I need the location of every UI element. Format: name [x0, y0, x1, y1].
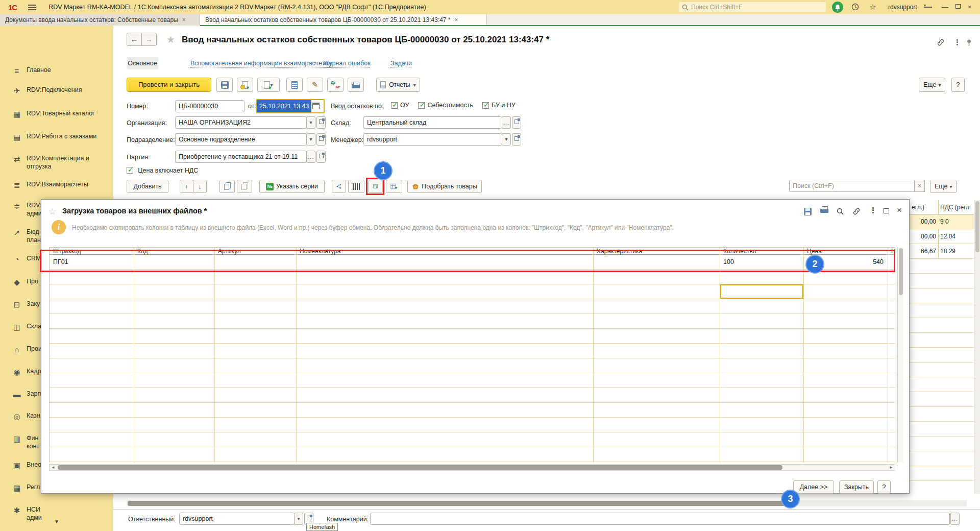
checkbox-checked-icon[interactable] — [391, 102, 398, 109]
tab-close-icon[interactable]: × — [182, 16, 186, 23]
tab-close-icon[interactable]: × — [455, 16, 458, 23]
close-button[interactable]: Закрыть — [839, 480, 874, 494]
responsible-dropdown-icon[interactable]: ▾ — [294, 513, 303, 525]
modal-print-icon[interactable] — [820, 206, 828, 214]
balance-type-checkbox[interactable]: БУ и НУ — [482, 102, 516, 109]
scrollbar-thumb[interactable] — [128, 501, 787, 506]
nav-link-error-log[interactable]: Журнал ошибок — [323, 60, 371, 67]
post-document-button[interactable] — [237, 78, 253, 92]
scroll-left-icon[interactable]: ◄ — [51, 465, 55, 470]
date-input-focused[interactable]: 25.10.2021 13:43:47 — [256, 99, 325, 113]
manager-dropdown-icon[interactable]: ▾ — [502, 133, 511, 146]
clear-search-icon[interactable]: × — [915, 180, 925, 192]
balance-type-checkbox[interactable]: ОУ — [391, 102, 409, 109]
modal-maximize-icon[interactable] — [884, 208, 889, 213]
nav-link-tasks[interactable]: Задачи — [390, 60, 412, 67]
barcode-scan-button[interactable] — [348, 180, 364, 193]
header-more-button[interactable]: Еще▾ — [919, 78, 945, 92]
responsible-select[interactable]: rdvsupport — [179, 513, 295, 525]
warehouse-select[interactable]: Центральный склад — [363, 116, 502, 129]
modal-help-button[interactable]: ? — [877, 480, 891, 494]
checkbox-checked-icon[interactable] — [482, 102, 489, 109]
paste-grid[interactable]: ШтрихкодКодАртикулНоменклатураХарактерис… — [49, 247, 895, 463]
sidebar-expand-icon[interactable]: ▼ — [0, 519, 113, 524]
batch-choose-button[interactable]: ... — [306, 151, 315, 163]
vat-checkbox[interactable]: Цена включает НДС — [127, 167, 198, 174]
table-row-fragment[interactable]: 66,6718 29 — [910, 244, 974, 259]
table-search-input[interactable]: Поиск (Ctrl+F) — [789, 180, 915, 192]
comment-choose-button[interactable]: ... — [950, 513, 960, 525]
minimize-button[interactable]: — — [942, 3, 948, 11]
more-actions-kebab-icon[interactable]: ⋮ — [953, 38, 961, 47]
tab-documents-list[interactable]: Документы ввода начальных остатков: Собс… — [0, 14, 200, 26]
warehouse-choose-button[interactable]: ... — [502, 116, 511, 129]
number-input[interactable]: ЦБ-00000030 — [175, 100, 244, 112]
checkbox-checked-icon[interactable] — [418, 102, 425, 109]
modal-kebab-icon[interactable]: ⋮ — [869, 206, 877, 215]
department-select[interactable]: Основное подразделение — [175, 133, 307, 146]
add-row-button[interactable]: Добавить — [127, 180, 168, 193]
organization-dropdown-icon[interactable]: ▾ — [306, 116, 315, 129]
organization-open-icon[interactable] — [316, 116, 326, 129]
date-value-selected[interactable]: 25.10.2021 13:43:47 — [257, 100, 311, 112]
service-menu-icon[interactable]: ▾ — [924, 4, 926, 7]
modal-link-icon[interactable] — [853, 208, 860, 216]
batch-input[interactable]: Приобретение у поставщика 21 от 19.11 — [175, 151, 307, 163]
move-up-button[interactable]: ↑ — [180, 180, 193, 193]
link-icon[interactable] — [937, 39, 944, 47]
grid-horizontal-scrollbar[interactable]: ◄ ► — [49, 464, 895, 471]
department-open-icon[interactable] — [316, 133, 326, 146]
warehouse-open-icon[interactable] — [512, 116, 521, 129]
checkbox-checked-icon[interactable] — [127, 167, 133, 174]
selected-cell[interactable] — [720, 284, 803, 299]
favorite-star-icon[interactable]: ★ — [166, 34, 175, 45]
modal-close-icon[interactable]: × — [897, 205, 902, 215]
post-and-close-button[interactable]: Провести и закрыть — [127, 78, 211, 92]
modal-preview-icon[interactable] — [837, 208, 844, 216]
post-dropdown-button[interactable]: ▾ — [257, 78, 280, 92]
move-down-button[interactable]: ↓ — [193, 180, 207, 193]
notifications-icon[interactable] — [832, 2, 843, 13]
forward-button[interactable]: → — [141, 33, 157, 46]
scrollbar-thumb[interactable] — [58, 465, 782, 470]
pick-goods-button[interactable]: Подобрать товары — [407, 180, 482, 193]
change-history-button[interactable] — [307, 78, 323, 92]
header-help-button[interactable]: ? — [951, 78, 965, 92]
comment-input[interactable] — [370, 513, 950, 525]
main-table-vertical-scrollbar[interactable] — [974, 200, 980, 494]
main-menu-icon[interactable] — [28, 5, 36, 10]
postings-dtkt-button[interactable] — [327, 78, 344, 92]
add-table-button[interactable] — [386, 180, 402, 193]
set-series-button[interactable]: Указать серии — [259, 180, 325, 193]
next-button[interactable]: Далее >> — [793, 480, 834, 494]
department-dropdown-icon[interactable]: ▾ — [306, 133, 315, 146]
grid-vertical-scrollbar[interactable] — [897, 247, 903, 463]
pin-icon[interactable] — [966, 39, 972, 47]
copy-button[interactable] — [219, 180, 235, 193]
table-row-fragment[interactable]: 00,009 0 — [910, 214, 974, 229]
global-search-input[interactable]: Поиск Ctrl+Shift+F — [679, 2, 826, 12]
modal-favorite-star-icon[interactable]: ☆ — [48, 206, 56, 217]
scroll-right-icon[interactable]: ► — [889, 465, 893, 470]
balance-type-checkbox[interactable]: Себестоимость — [418, 102, 473, 109]
manager-open-icon[interactable] — [512, 133, 521, 146]
history-icon[interactable] — [851, 3, 859, 12]
batch-open-icon[interactable] — [316, 151, 326, 163]
print-button[interactable] — [348, 78, 364, 92]
organization-select[interactable]: НАША ОРГАНИЗАЦИЯ2 — [175, 116, 307, 129]
main-horizontal-scrollbar[interactable] — [127, 500, 967, 506]
table-row-fragment[interactable]: 00,0012 04 — [910, 229, 974, 244]
save-button[interactable] — [216, 78, 233, 92]
current-user[interactable]: rdvsupport — [888, 4, 917, 11]
table-more-button[interactable]: Еще▾ — [930, 180, 957, 193]
reports-button[interactable]: Отчеты▾ — [376, 78, 420, 92]
share-button[interactable] — [332, 180, 346, 193]
paste-button[interactable] — [237, 180, 252, 193]
modal-save-icon[interactable] — [804, 208, 812, 217]
close-window-button[interactable]: × — [968, 3, 972, 11]
nav-link-aux-info[interactable]: Вспомогательная информация взаиморасчето… — [190, 60, 332, 67]
manager-select[interactable]: rdvsupport — [363, 133, 502, 146]
back-button[interactable]: ← — [127, 33, 142, 46]
calendar-icon[interactable] — [312, 103, 320, 109]
maximize-button[interactable] — [955, 4, 961, 9]
